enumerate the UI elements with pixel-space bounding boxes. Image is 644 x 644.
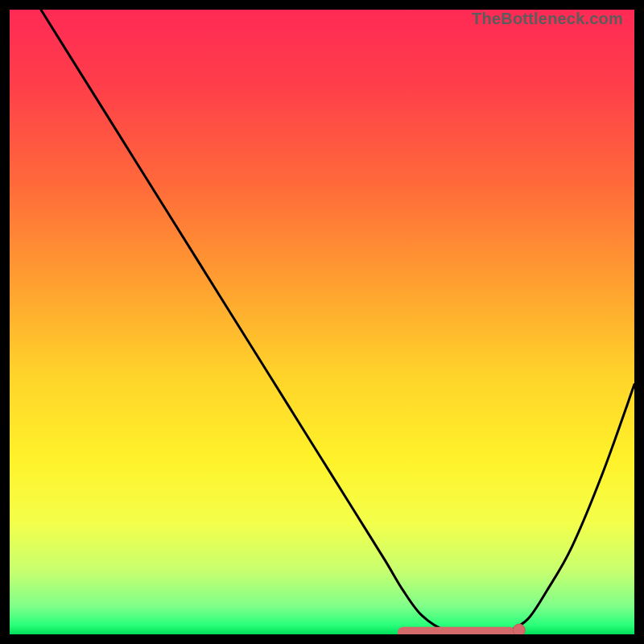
plot-area: TheBottleneck.com [10, 10, 634, 634]
svg-point-2 [513, 624, 525, 634]
attribution-text: TheBottleneck.com [472, 10, 623, 28]
optimal-region-marker [403, 624, 525, 634]
chart-svg [10, 10, 634, 634]
bottleneck-curve [41, 10, 634, 634]
chart-frame: TheBottleneck.com [0, 0, 644, 644]
